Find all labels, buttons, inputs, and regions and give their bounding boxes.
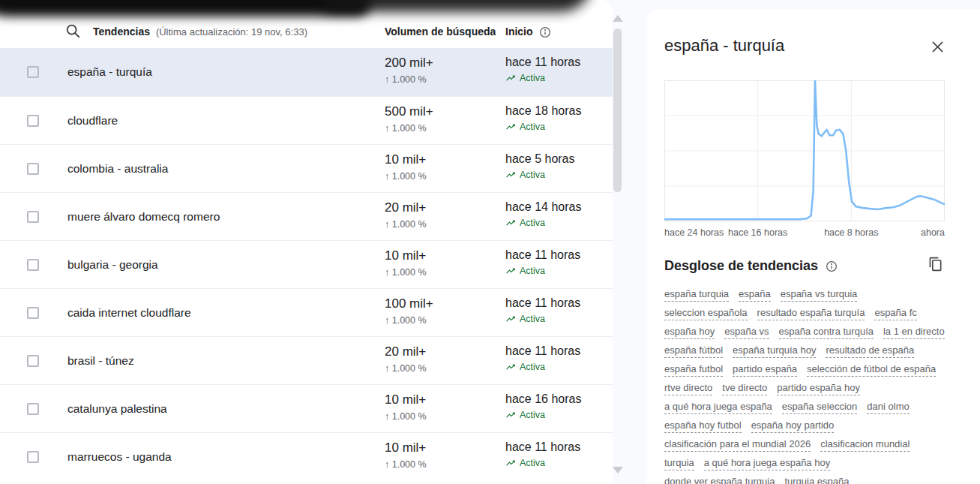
volume-value: 10 mil+	[385, 392, 427, 407]
trend-row[interactable]: marruecos - uganda 10 mil+ ↑ 1.000 % hac…	[0, 432, 613, 480]
trend-breakdown-term[interactable]: donde ver españa turquia	[664, 476, 775, 484]
volume-value: 20 mil+	[385, 344, 427, 359]
term-line: donde ver españa turquiaturquia españa	[664, 476, 964, 484]
started-value: hace 11 horas	[505, 248, 580, 262]
volume-change: ↑ 1.000 %	[385, 411, 427, 422]
row-checkbox[interactable]	[27, 259, 39, 271]
trending-up-icon	[505, 410, 516, 420]
row-checkbox[interactable]	[27, 115, 39, 127]
trending-up-icon	[505, 122, 516, 132]
scrollbar-down-arrow[interactable]	[613, 467, 623, 473]
trend-breakdown-term[interactable]: la 1 en directo	[883, 326, 945, 339]
search-icon[interactable]	[64, 23, 82, 41]
volume-change: ↑ 1.000 %	[385, 363, 427, 374]
trend-breakdown-term[interactable]: resultado de españa	[826, 344, 914, 358]
trend-start-cell: hace 11 horas Activa	[505, 440, 580, 468]
trend-breakdown-term[interactable]: turquia	[664, 457, 694, 470]
trend-row[interactable]: brasil - túnez 20 mil+ ↑ 1.000 % hace 11…	[0, 336, 613, 384]
volume-change: ↑ 1.000 %	[385, 315, 433, 326]
trend-row[interactable]: muere álvaro domecq romero 20 mil+ ↑ 1.0…	[0, 192, 613, 240]
trend-start-cell: hace 18 horas Activa	[505, 104, 581, 132]
row-checkbox[interactable]	[27, 66, 39, 78]
volume-value: 100 mil+	[385, 296, 433, 311]
status-label: Activa	[520, 362, 545, 372]
volume-change: ↑ 1.000 %	[385, 459, 427, 470]
row-checkbox[interactable]	[27, 163, 39, 175]
trend-row[interactable]: caida internet cloudflare 100 mil+ ↑ 1.0…	[0, 288, 613, 336]
trend-breakdown-term[interactable]: españa turquía hoy	[733, 344, 816, 358]
trend-breakdown-term[interactable]: seleccion española	[664, 307, 748, 320]
trend-breakdown-term[interactable]: españa turquia	[664, 288, 729, 302]
trend-row[interactable]: bulgaria - georgia 10 mil+ ↑ 1.000 % hac…	[0, 240, 613, 288]
trending-up-icon	[505, 362, 516, 372]
interest-chart	[664, 80, 945, 221]
status-label: Activa	[520, 410, 545, 420]
info-icon[interactable]	[826, 260, 838, 272]
trend-breakdown-term[interactable]: dani olmo	[867, 401, 909, 414]
status-badge: Activa	[505, 122, 581, 132]
trend-breakdown-term[interactable]: españa vs	[724, 326, 769, 339]
trend-row[interactable]: españa - turquía 200 mil+ ↑ 1.000 % hace…	[0, 48, 613, 96]
trend-start-cell: hace 16 horas Activa	[505, 392, 581, 420]
trend-breakdown-term[interactable]: españa fc	[874, 307, 916, 320]
trend-breakdown-term[interactable]: españa futbol	[664, 363, 723, 377]
trend-breakdown-term[interactable]: selección de fútbol de españa	[807, 363, 936, 377]
trend-line-series	[664, 80, 945, 219]
trend-breakdown-term[interactable]: clasificacion mundial	[820, 438, 910, 452]
trend-breakdown-term[interactable]: tve directo	[722, 382, 767, 395]
row-checkbox[interactable]	[27, 403, 39, 415]
trend-breakdown-term[interactable]: a qué hora juega españa	[664, 401, 772, 414]
close-icon[interactable]	[930, 39, 946, 56]
trending-up-icon	[505, 218, 516, 228]
list-title-text: Tendencias	[93, 26, 150, 38]
trend-breakdown-term[interactable]: españa hoy partido	[751, 419, 835, 433]
row-checkbox[interactable]	[27, 451, 39, 463]
term-line: a qué hora juega españaespaña selecciond…	[664, 401, 964, 414]
status-badge: Activa	[505, 458, 580, 468]
trend-breakdown-term[interactable]: españa vs turquia	[781, 288, 858, 302]
info-icon[interactable]	[539, 26, 551, 38]
trend-row[interactable]: colombia - australia 10 mil+ ↑ 1.000 % h…	[0, 144, 613, 192]
trending-up-icon	[505, 266, 516, 276]
status-badge: Activa	[505, 170, 575, 180]
trend-breakdown-term[interactable]: españa	[739, 288, 771, 302]
trend-breakdown-term[interactable]: rtve directo	[664, 382, 712, 395]
trending-up-icon	[505, 314, 516, 324]
volume-change: ↑ 1.000 %	[385, 123, 433, 134]
trend-breakdown-term[interactable]: españa hoy futbol	[664, 419, 742, 433]
trend-breakdown-term[interactable]: españa contra turquía	[779, 326, 874, 339]
volume-change: ↑ 1.000 %	[385, 171, 427, 182]
trend-breakdown-term[interactable]: españa hoy	[664, 326, 715, 339]
status-badge: Activa	[505, 73, 580, 83]
breakdown-terms: españa turquiaespañaespaña vs turquiasel…	[664, 288, 964, 484]
trend-breakdown-term[interactable]: españa fútbol	[664, 344, 723, 358]
trend-breakdown-term[interactable]: españa seleccion	[782, 401, 857, 414]
trend-breakdown-term[interactable]: clasificación para el mundial 2026	[664, 438, 811, 452]
started-value: hace 5 horas	[505, 152, 575, 166]
trend-row[interactable]: cloudflare 500 mil+ ↑ 1.000 % hace 18 ho…	[0, 96, 613, 144]
trend-breakdown-term[interactable]: partido españa	[733, 363, 797, 377]
started-value: hace 16 horas	[505, 392, 581, 406]
row-checkbox[interactable]	[27, 355, 39, 367]
row-checkbox[interactable]	[27, 307, 39, 319]
search-volume-cell: 10 mil+ ↑ 1.000 %	[385, 440, 427, 470]
trend-row[interactable]: catalunya palestina 10 mil+ ↑ 1.000 % ha…	[0, 384, 613, 432]
trend-breakdown-term[interactable]: a qué hora juega españa hoy	[704, 457, 830, 470]
trend-breakdown-term[interactable]: turquia españa	[784, 476, 849, 484]
trend-breakdown-term[interactable]: resultado españa turquía	[757, 307, 865, 320]
last-updated-text: (Última actualización: 19 nov, 6:33)	[156, 26, 307, 38]
status-label: Activa	[520, 73, 545, 83]
search-volume-cell: 10 mil+ ↑ 1.000 %	[385, 392, 427, 422]
column-header-volume[interactable]: Volumen de búsqueda	[385, 26, 496, 38]
row-checkbox[interactable]	[27, 211, 39, 223]
search-volume-cell: 10 mil+ ↑ 1.000 %	[385, 248, 427, 278]
scrollbar-up-arrow[interactable]	[613, 15, 623, 22]
scrollbar-thumb[interactable]	[613, 29, 622, 192]
column-header-started[interactable]: Inicio	[505, 26, 533, 38]
trend-breakdown-term[interactable]: partido españa hoy	[777, 382, 860, 395]
breakdown-header: Desglose de tendencias	[664, 258, 838, 274]
started-value: hace 14 horas	[505, 200, 581, 214]
trend-start-cell: hace 11 horas Activa	[505, 56, 580, 83]
copy-icon[interactable]	[928, 257, 945, 273]
term-line: rtve directotve directopartido españa ho…	[664, 382, 964, 395]
